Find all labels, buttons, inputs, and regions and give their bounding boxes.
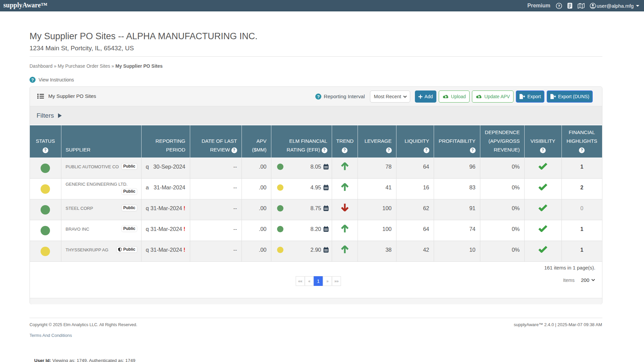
svg-text:?: ? xyxy=(558,4,560,8)
